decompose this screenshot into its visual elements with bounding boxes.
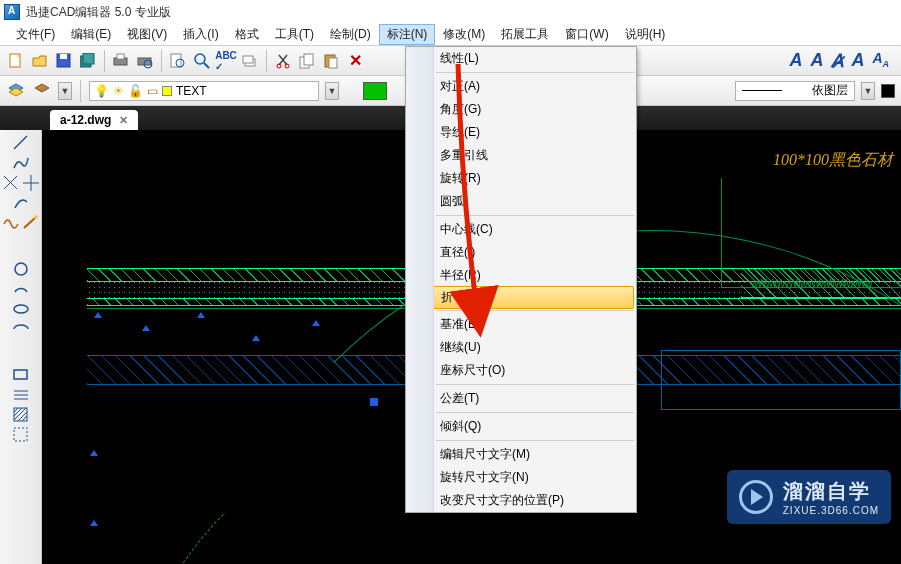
menu-separator bbox=[436, 310, 634, 311]
menu-draw[interactable]: 绘制(D) bbox=[322, 24, 379, 45]
sun-icon: ☀ bbox=[113, 84, 124, 98]
save-icon[interactable] bbox=[54, 51, 74, 71]
tab-label: a-12.dwg bbox=[60, 113, 111, 127]
menu-edit[interactable]: 编辑(E) bbox=[63, 24, 119, 45]
textstyle-a2-icon[interactable]: A bbox=[810, 50, 823, 72]
textstyle-a3-icon[interactable]: A̷ bbox=[831, 50, 843, 72]
delete-icon[interactable]: ✕ bbox=[345, 51, 365, 71]
menu-separator bbox=[436, 215, 634, 216]
layer-combo-arrow-icon[interactable]: ▼ bbox=[325, 82, 339, 100]
menu-item-dim-ordinate[interactable]: 座标尺寸(O) bbox=[406, 359, 636, 382]
menu-item-dim-jogged[interactable]: 折弯 bbox=[408, 286, 634, 309]
print-preview-icon[interactable] bbox=[135, 51, 155, 71]
svg-line-13 bbox=[204, 63, 209, 68]
menu-item-dim-linear[interactable]: 线性(L) bbox=[406, 47, 636, 70]
spell-icon[interactable]: ABC✓ bbox=[216, 51, 236, 71]
svg-rect-7 bbox=[117, 54, 124, 59]
menu-format[interactable]: 格式 bbox=[227, 24, 267, 45]
menu-extend[interactable]: 拓展工具 bbox=[493, 24, 557, 45]
text-style-toolbar: A A A̷ A AA bbox=[789, 50, 889, 72]
region-icon[interactable] bbox=[12, 426, 30, 444]
rectangle-icon[interactable] bbox=[12, 366, 30, 384]
document-tab[interactable]: a-12.dwg ✕ bbox=[50, 110, 138, 130]
ellipse-icon[interactable] bbox=[12, 300, 30, 318]
menu-item-dim-arc[interactable]: 圆弧 bbox=[406, 190, 636, 213]
ray-icon[interactable] bbox=[2, 174, 20, 192]
layer-manager-icon[interactable] bbox=[6, 81, 26, 101]
watermark-url: ZIXUE.3D66.COM bbox=[783, 505, 879, 516]
paste-icon[interactable] bbox=[321, 51, 341, 71]
menu-item-label: 编辑尺寸文字(M) bbox=[440, 446, 530, 463]
menu-item-dim-mleader[interactable]: 多重引线 bbox=[406, 144, 636, 167]
line-icon[interactable] bbox=[12, 134, 30, 152]
textstyle-a1-icon[interactable]: A bbox=[789, 50, 802, 72]
menu-item-dim-continue[interactable]: 继续(U) bbox=[406, 336, 636, 359]
menu-insert[interactable]: 插入(I) bbox=[175, 24, 226, 45]
menu-view[interactable]: 视图(V) bbox=[119, 24, 175, 45]
menu-item-dim-tedit[interactable]: A旋转尺寸文字(N) bbox=[406, 466, 636, 489]
linetype-combo[interactable]: 依图层 bbox=[735, 81, 855, 101]
menu-item-label: 旋转(R) bbox=[440, 170, 481, 187]
menu-item-dim-tmove[interactable]: A改变尺寸文字的位置(P) bbox=[406, 489, 636, 512]
textstyle-a5-icon[interactable]: AA bbox=[872, 50, 889, 72]
menu-item-dim-edit[interactable]: A编辑尺寸文字(M) bbox=[406, 443, 636, 466]
menu-item-dim-radius[interactable]: 半径(R) bbox=[406, 264, 636, 287]
menu-item-dim-aligned[interactable]: 对正(A) bbox=[406, 75, 636, 98]
menu-help[interactable]: 说明(H) bbox=[617, 24, 674, 45]
color-black-swatch[interactable] bbox=[881, 84, 895, 98]
xline-icon[interactable] bbox=[22, 174, 40, 192]
arc-icon[interactable] bbox=[12, 194, 30, 212]
menu-item-dim-angular[interactable]: 角度(G) bbox=[406, 98, 636, 121]
copy-icon[interactable] bbox=[297, 51, 317, 71]
layer-combo[interactable]: 💡 ☀ 🔓 ▭ TEXT bbox=[89, 81, 319, 101]
menu-window[interactable]: 窗口(W) bbox=[557, 24, 616, 45]
svg-point-32 bbox=[14, 305, 28, 313]
draw-toolbar bbox=[0, 130, 42, 564]
menu-item-label: 公差(T) bbox=[440, 390, 479, 407]
zoom-icon[interactable] bbox=[192, 51, 212, 71]
menu-item-label: 半径(R) bbox=[440, 267, 481, 284]
current-color-swatch[interactable] bbox=[363, 82, 387, 100]
new-icon[interactable] bbox=[6, 51, 26, 71]
ellipsearc-icon[interactable] bbox=[12, 320, 30, 338]
saveall-icon[interactable] bbox=[78, 51, 98, 71]
cut-icon[interactable] bbox=[273, 51, 293, 71]
layer-state-icon[interactable] bbox=[32, 81, 52, 101]
polygon-icon[interactable] bbox=[12, 386, 30, 404]
menu-item-dim-tolerance[interactable]: 公差(T) bbox=[406, 387, 636, 410]
dimension-menu: 线性(L)对正(A)角度(G)导线(E)多重引线旋转(R)圆弧中心线(C)直径(… bbox=[405, 46, 637, 513]
menu-item-dim-baseline[interactable]: 基准(B) bbox=[406, 313, 636, 336]
menu-file[interactable]: 文件(F) bbox=[8, 24, 63, 45]
menu-item-dim-oblique[interactable]: 倾斜(Q) bbox=[406, 415, 636, 438]
menu-item-dim-diameter[interactable]: 直径(I) bbox=[406, 241, 636, 264]
textstyle-a4-icon[interactable]: A bbox=[851, 50, 864, 72]
open-icon[interactable] bbox=[30, 51, 50, 71]
menu-item-label: 线性(L) bbox=[440, 50, 479, 67]
svg-point-12 bbox=[195, 54, 205, 64]
linetype-arrow-icon[interactable]: ▼ bbox=[861, 82, 875, 100]
close-icon[interactable]: ✕ bbox=[119, 114, 128, 127]
menu-item-label: 折弯 bbox=[441, 289, 465, 306]
svg-point-31 bbox=[15, 263, 27, 275]
menu-item-dim-center[interactable]: 中心线(C) bbox=[406, 218, 636, 241]
spline-icon[interactable] bbox=[2, 214, 20, 232]
menu-item-dim-leader[interactable]: 导线(E) bbox=[406, 121, 636, 144]
arc2-icon[interactable] bbox=[12, 280, 30, 298]
layers-icon[interactable] bbox=[240, 51, 260, 71]
app-title: 迅捷CAD编辑器 5.0 专业版 bbox=[26, 4, 171, 21]
layer-dropdown-arrow-icon[interactable]: ▼ bbox=[58, 82, 72, 100]
menu-item-label: 改变尺寸文字的位置(P) bbox=[440, 492, 564, 509]
menu-dimension[interactable]: 标注(N) bbox=[379, 24, 436, 45]
menu-tools[interactable]: 工具(T) bbox=[267, 24, 322, 45]
print-icon[interactable] bbox=[111, 51, 131, 71]
hatch-icon[interactable] bbox=[12, 406, 30, 424]
circle-icon[interactable] bbox=[12, 260, 30, 278]
menu-separator bbox=[436, 72, 634, 73]
pline-icon[interactable] bbox=[12, 154, 30, 172]
menu-item-label: 角度(G) bbox=[440, 101, 481, 118]
menu-modify[interactable]: 修改(M) bbox=[435, 24, 493, 45]
sketch-icon[interactable] bbox=[22, 214, 40, 232]
menu-item-dim-rotated[interactable]: 旋转(R) bbox=[406, 167, 636, 190]
menu-item-label: 多重引线 bbox=[440, 147, 488, 164]
find-icon[interactable] bbox=[168, 51, 188, 71]
